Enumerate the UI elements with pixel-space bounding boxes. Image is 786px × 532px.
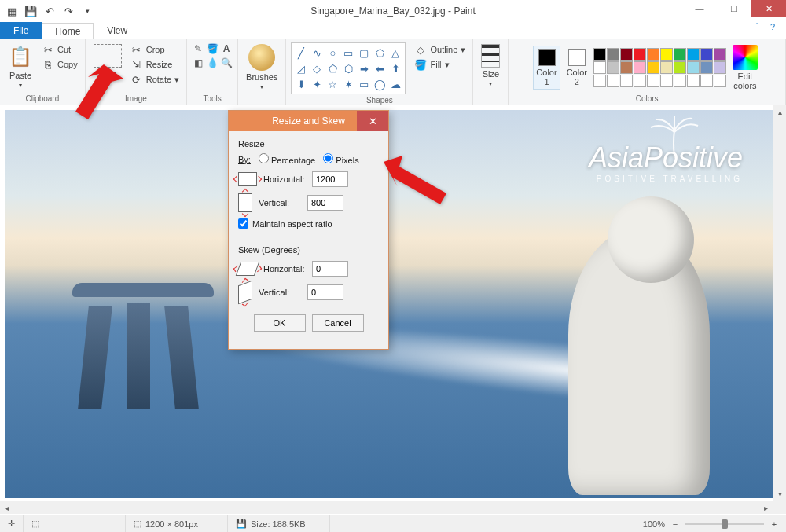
shape-oval-callout-icon[interactable]: ◯ [373,77,387,91]
shape-rtri-icon[interactable]: ◿ [294,61,308,75]
paste-button[interactable]: 📋 Paste ▾ [5,42,36,90]
shape-pent-icon[interactable]: ⬠ [325,61,340,75]
maximize-button[interactable]: ☐ [717,0,751,17]
palette-swatch[interactable] [687,75,700,87]
palette-swatch[interactable] [674,75,686,87]
shape-arrowd-icon[interactable]: ⬇ [294,77,308,91]
zoom-out-button[interactable]: − [670,519,681,530]
shape-arrowl-icon[interactable]: ⬅ [373,61,387,75]
palette-swatch[interactable] [700,48,713,61]
resize-button[interactable]: ⇲Resize [128,57,182,72]
palette-swatch[interactable] [660,75,673,87]
app-icon[interactable]: ▦ [3,2,20,20]
scroll-right-icon[interactable]: ▸ [759,501,773,514]
palette-swatch[interactable] [593,61,606,74]
shapes-gallery[interactable]: ╱∿○▭▢⬠△ ◿◇⬠⬡➡⬅⬆ ⬇✦☆✶▭◯☁ [291,42,406,94]
palette-swatch[interactable] [687,48,700,61]
redo-icon[interactable]: ↷ [60,2,77,20]
help-icon[interactable]: ? [766,20,780,33]
shape-oval-icon[interactable]: ○ [325,46,340,60]
maintain-aspect-checkbox[interactable] [238,218,248,229]
fill-button[interactable]: 🪣Fill ▾ [412,57,468,72]
palette-swatch[interactable] [714,48,726,61]
palette-swatch[interactable] [620,75,633,87]
palette-swatch[interactable] [634,75,646,87]
cancel-button[interactable]: Cancel [312,314,364,332]
scroll-up-icon[interactable]: ▴ [773,105,786,119]
tab-home[interactable]: Home [42,23,94,39]
color-palette[interactable] [593,48,726,87]
save-icon[interactable]: 💾 [22,2,39,20]
scrollbar-vertical[interactable]: ▴ ▾ [773,105,786,501]
ok-button[interactable]: OK [254,314,306,332]
zoom-in-button[interactable]: + [769,519,780,530]
scrollbar-horizontal[interactable]: ◂ ▸ [0,501,773,514]
palette-swatch[interactable] [634,48,646,61]
zoom-slider[interactable] [685,523,764,525]
scroll-down-icon[interactable]: ▾ [773,487,786,501]
minimize-button[interactable]: — [682,0,717,17]
undo-icon[interactable]: ↶ [41,2,58,20]
palette-swatch[interactable] [607,75,619,87]
tab-view[interactable]: View [94,22,141,39]
cut-button[interactable]: ✂Cut [39,42,80,57]
outline-button[interactable]: ◇Outline ▾ [412,42,468,57]
text-icon[interactable]: A [220,42,233,55]
eraser-icon[interactable]: ◧ [192,57,204,69]
percentage-radio[interactable]: Percentage [259,153,315,165]
palette-swatch[interactable] [593,75,606,87]
palette-swatch[interactable] [607,48,619,61]
scroll-left-icon[interactable]: ◂ [0,501,13,514]
shape-callout-icon[interactable]: ▭ [357,77,371,91]
palette-swatch[interactable] [687,61,700,74]
qat-dropdown-icon[interactable]: ▾ [79,2,96,20]
color2-button[interactable]: Color 2 [564,47,590,88]
palette-swatch[interactable] [593,48,606,61]
dialog-titlebar[interactable]: Resize and Skew ✕ [229,111,388,131]
palette-swatch[interactable] [647,75,659,87]
palette-swatch[interactable] [660,48,673,61]
pixels-radio[interactable]: Pixels [323,153,358,165]
shape-arrowr-icon[interactable]: ➡ [357,61,371,75]
shape-poly-icon[interactable]: ⬠ [373,46,387,60]
palette-swatch[interactable] [700,75,713,87]
ribbon-collapse-icon[interactable]: ˆ [750,20,764,33]
shape-diamond-icon[interactable]: ◇ [310,61,324,75]
shape-arrowu-icon[interactable]: ⬆ [388,61,402,75]
shape-hex-icon[interactable]: ⬡ [341,61,355,75]
shape-roundrect-icon[interactable]: ▢ [357,46,371,60]
palette-swatch[interactable] [700,61,713,74]
crop-button[interactable]: ✂Crop [128,42,182,57]
shape-cloud-icon[interactable]: ☁ [388,77,402,91]
picker-icon[interactable]: 💧 [206,57,219,69]
tools-grid[interactable]: ✎ 🪣 A ◧ 💧 🔍 [192,42,233,69]
palette-swatch[interactable] [660,61,673,74]
dialog-close-button[interactable]: ✕ [357,111,388,131]
skew-horizontal-input[interactable] [312,261,348,277]
size-button[interactable]: Size ▾ [478,42,503,89]
palette-swatch[interactable] [674,61,686,74]
pencil-icon[interactable]: ✎ [192,42,204,55]
fill-icon[interactable]: 🪣 [206,42,219,55]
palette-swatch[interactable] [634,61,646,74]
shape-rect-icon[interactable]: ▭ [341,46,355,60]
skew-vertical-input[interactable] [307,284,343,300]
palette-swatch[interactable] [620,61,633,74]
rotate-button[interactable]: ⟳Rotate ▾ [128,72,182,86]
brushes-button[interactable]: Brushes ▾ [243,42,281,92]
shape-curve-icon[interactable]: ∿ [310,46,324,60]
shape-tri-icon[interactable]: △ [388,46,402,60]
shape-star6-icon[interactable]: ✶ [341,77,355,91]
palette-swatch[interactable] [647,48,659,61]
palette-swatch[interactable] [607,61,619,74]
shape-star5-icon[interactable]: ☆ [325,77,340,91]
vertical-input[interactable] [307,195,343,211]
shape-line-icon[interactable]: ╱ [294,46,308,60]
palette-swatch[interactable] [647,61,659,74]
close-button[interactable]: ✕ [751,0,786,17]
palette-swatch[interactable] [620,48,633,61]
magnifier-icon[interactable]: 🔍 [220,57,233,69]
palette-swatch[interactable] [674,48,686,61]
tab-file[interactable]: File [0,22,42,39]
color1-button[interactable]: Color 1 [533,46,560,90]
